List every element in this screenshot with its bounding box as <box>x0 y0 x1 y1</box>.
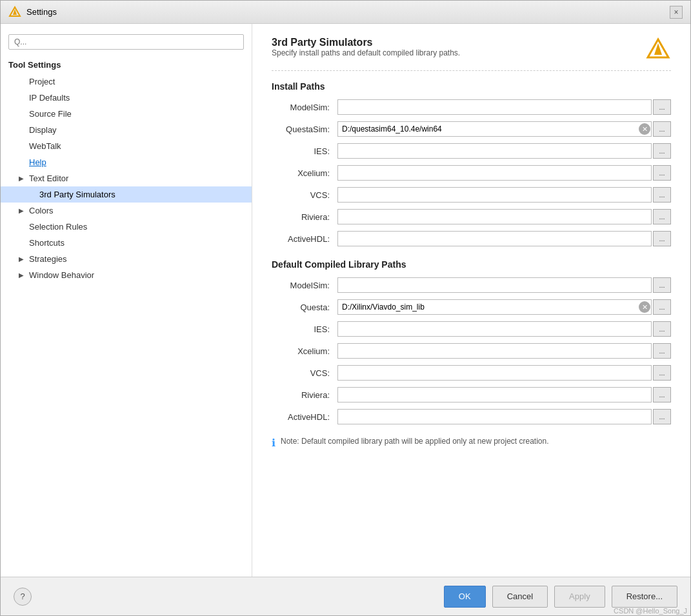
field-row-activehdl-install: ActiveHDL: ... <box>272 231 671 246</box>
field-row-ies-install: IES: ... <box>272 143 671 159</box>
sidebar-item-label: Colors <box>29 206 54 215</box>
sidebar-item-3rd-party-simulators[interactable]: 3rd Party Simulators <box>1 186 252 203</box>
sidebar-item-label: 3rd Party Simulators <box>39 190 115 199</box>
sidebar-item-window-behavior[interactable]: ▶ Window Behavior <box>1 267 252 283</box>
vcs-install-browse-btn[interactable]: ... <box>653 187 671 203</box>
questasim-install-input[interactable] <box>337 121 652 137</box>
vcs-install-input[interactable] <box>337 187 652 203</box>
xcelium-install-input[interactable] <box>337 165 652 181</box>
xcelium-lib-browse-btn[interactable]: ... <box>653 343 671 359</box>
sidebar-item-help[interactable]: Help <box>1 154 252 170</box>
xcelium-install-browse-btn[interactable]: ... <box>653 165 671 181</box>
restore-button[interactable]: Restore... <box>612 586 677 608</box>
modelsim-install-wrap <box>337 99 652 115</box>
field-row-modelsim-lib: ModelSim: ... <box>272 277 671 293</box>
field-row-modelsim-install: ModelSim: ... <box>272 99 671 115</box>
field-label-activehdl-install: ActiveHDL: <box>272 234 330 244</box>
xcelium-lib-wrap <box>337 343 652 359</box>
sidebar-item-ip-defaults[interactable]: IP Defaults <box>1 90 252 106</box>
help-link[interactable]: Help <box>29 157 46 167</box>
sidebar-item-strategies[interactable]: ▶ Strategies <box>1 251 252 267</box>
section-divider <box>272 70 671 71</box>
field-label-vcs-install: VCS: <box>272 190 330 200</box>
settings-dialog: Settings × Tool Settings Project IP Defa… <box>0 0 691 616</box>
sidebar-item-label: Project <box>29 77 55 86</box>
sidebar-item-project[interactable]: Project <box>1 74 252 90</box>
default-lib-label: Default Compiled Library Paths <box>272 259 671 270</box>
sidebar-item-selection-rules[interactable]: Selection Rules <box>1 219 252 235</box>
sidebar-item-display[interactable]: Display <box>1 122 252 138</box>
vcs-lib-browse-btn[interactable]: ... <box>653 365 671 381</box>
tool-settings-header: Tool Settings <box>1 56 252 74</box>
activehdl-install-input[interactable] <box>337 231 652 246</box>
field-label-riviera-lib: Riviera: <box>272 390 330 400</box>
help-button[interactable]: ? <box>14 588 32 606</box>
vcs-lib-wrap <box>337 365 652 381</box>
activehdl-install-browse-btn[interactable]: ... <box>653 231 671 246</box>
vcs-lib-input[interactable] <box>337 365 652 381</box>
activehdl-lib-wrap <box>337 409 652 424</box>
activehdl-lib-browse-btn[interactable]: ... <box>653 409 671 424</box>
expand-icon: ▶ <box>19 272 26 279</box>
riviera-install-input[interactable] <box>337 209 652 224</box>
watermark: CSDN @Hello_Song_J <box>614 607 687 615</box>
field-label-xcelium-install: Xcelium: <box>272 168 330 178</box>
search-box <box>8 34 244 50</box>
sidebar-item-webtalk[interactable]: WebTalk <box>1 138 252 154</box>
field-row-vcs-install: VCS: ... <box>272 187 671 203</box>
info-icon: ℹ <box>272 437 275 449</box>
vcs-install-wrap <box>337 187 652 203</box>
modelsim-install-input[interactable] <box>337 99 652 115</box>
questasim-install-clear-btn[interactable]: ✕ <box>639 123 650 135</box>
ok-button[interactable]: OK <box>444 586 486 608</box>
sidebar-item-label: Window Behavior <box>29 270 94 280</box>
field-label-vcs-lib: VCS: <box>272 368 330 378</box>
field-label-riviera-install: Riviera: <box>272 212 330 222</box>
sidebar-item-label: Strategies <box>29 254 67 264</box>
questa-lib-input[interactable] <box>337 299 652 315</box>
content-header: 3rd Party Simulators Specify install pat… <box>272 37 671 66</box>
field-row-activehdl-lib: ActiveHDL: ... <box>272 409 671 424</box>
field-row-ies-lib: IES: ... <box>272 321 671 337</box>
sidebar-item-label: Shortcuts <box>29 238 65 248</box>
search-input[interactable] <box>8 34 244 50</box>
close-button[interactable]: × <box>670 6 683 19</box>
field-label-ies-install: IES: <box>272 146 330 156</box>
field-label-questa-lib: Questa: <box>272 303 330 312</box>
sidebar-item-source-file[interactable]: Source File <box>1 106 252 122</box>
sidebar-item-label: Selection Rules <box>29 222 87 232</box>
ies-lib-wrap <box>337 321 652 337</box>
activehdl-lib-input[interactable] <box>337 409 652 424</box>
sidebar-item-shortcuts[interactable]: Shortcuts <box>1 235 252 251</box>
riviera-lib-browse-btn[interactable]: ... <box>653 387 671 402</box>
ies-lib-browse-btn[interactable]: ... <box>653 321 671 337</box>
riviera-install-wrap <box>337 209 652 224</box>
activehdl-install-wrap <box>337 231 652 246</box>
ies-install-input[interactable] <box>337 143 652 159</box>
expand-icon: ▶ <box>19 175 26 182</box>
riviera-lib-input[interactable] <box>337 387 652 402</box>
ies-lib-input[interactable] <box>337 321 652 337</box>
cancel-button[interactable]: Cancel <box>492 586 548 608</box>
sidebar-item-text-editor[interactable]: ▶ Text Editor <box>1 170 252 186</box>
questa-lib-clear-btn[interactable]: ✕ <box>639 301 650 313</box>
content-subtitle: Specify install paths and default compil… <box>272 48 460 57</box>
apply-button[interactable]: Apply <box>554 586 605 608</box>
ies-install-browse-btn[interactable]: ... <box>653 143 671 159</box>
modelsim-lib-input[interactable] <box>337 277 652 293</box>
sidebar-item-label: WebTalk <box>29 141 61 151</box>
modelsim-lib-browse-btn[interactable]: ... <box>653 277 671 293</box>
sidebar-item-label: Display <box>29 125 57 135</box>
riviera-install-browse-btn[interactable]: ... <box>653 209 671 224</box>
xcelium-lib-input[interactable] <box>337 343 652 359</box>
modelsim-install-browse-btn[interactable]: ... <box>653 99 671 115</box>
main-content: Tool Settings Project IP Defaults Source… <box>1 24 690 577</box>
field-label-xcelium-lib: Xcelium: <box>272 346 330 356</box>
expand-icon: ▶ <box>19 207 26 214</box>
questa-lib-browse-btn[interactable]: ... <box>653 299 671 315</box>
questasim-install-browse-btn[interactable]: ... <box>653 121 671 137</box>
field-row-riviera-lib: Riviera: ... <box>272 387 671 402</box>
sidebar-item-colors[interactable]: ▶ Colors <box>1 203 252 219</box>
field-row-riviera-install: Riviera: ... <box>272 209 671 224</box>
field-label-modelsim-install: ModelSim: <box>272 103 330 112</box>
